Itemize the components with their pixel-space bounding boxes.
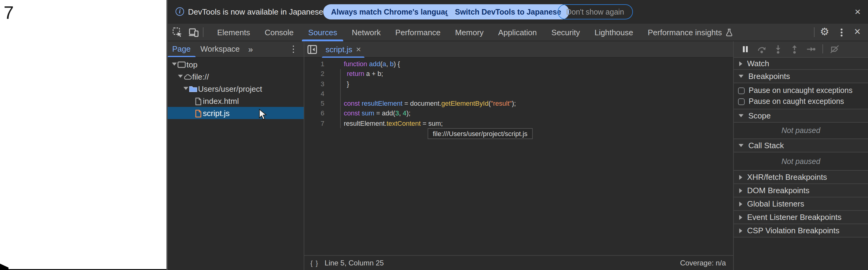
token-pl: ); (406, 110, 410, 117)
tree-item-index-html[interactable]: index.html (167, 95, 304, 107)
tab-application[interactable]: Application (491, 24, 544, 41)
step-icon[interactable] (806, 44, 816, 54)
section-header-global-listeners[interactable]: Global Listeners (734, 197, 868, 210)
section-header-event-listener-breakpoints[interactable]: Event Listener Breakpoints (734, 210, 868, 223)
line-number[interactable]: 7 (304, 118, 324, 128)
editor-tab-scriptjs[interactable]: script.js × (322, 41, 365, 58)
infobar-button-switch-devtools-to-japanese[interactable]: Switch DevTools to Japanese (447, 4, 569, 20)
tree-item-script-js[interactable]: script.js (167, 107, 304, 119)
section-header-watch[interactable]: Watch (734, 58, 868, 69)
token-kw: const (344, 100, 360, 107)
editor-tab-close-icon[interactable]: × (356, 44, 361, 54)
line-number[interactable]: 1 (304, 59, 324, 69)
devtools-window: i DevTools is now available in Japanese!… (166, 0, 868, 270)
line-number[interactable]: 4 (304, 89, 324, 99)
navigator-tab-page[interactable]: Page (167, 41, 195, 57)
token-pl: } (347, 80, 349, 87)
section-header-call-stack[interactable]: Call Stack (734, 139, 868, 152)
tab-label: Network (352, 28, 380, 37)
tab-sources[interactable]: Sources (301, 24, 344, 41)
section-label: Event Listener Breakpoints (747, 213, 842, 222)
checkbox-pause-on-caught-exceptions[interactable] (738, 98, 744, 105)
settings-gear-icon[interactable]: ⚙ (818, 26, 831, 39)
section-label: Breakpoints (748, 72, 790, 81)
code-line-4[interactable] (344, 89, 516, 99)
infobar-button-always-match-chrome-s-language[interactable]: Always match Chrome's language (323, 4, 462, 20)
token-vr: resultElement (362, 100, 403, 107)
checkbox-label: Pause on uncaught exceptions (749, 86, 852, 95)
section-header-xhr-fetch-breakpoints[interactable]: XHR/fetch Breakpoints (734, 170, 868, 183)
tree-item-top[interactable]: top (167, 58, 304, 70)
triangle-collapsed-icon (739, 188, 742, 193)
token-pl: , (399, 110, 403, 117)
code-line-7[interactable]: resultElement.textContent = sum; (344, 118, 516, 128)
tab-performance-insights[interactable]: Performance insights (641, 24, 740, 41)
not-paused-note: Not paused (734, 122, 868, 139)
line-number[interactable]: 2 (304, 69, 324, 79)
tab-lighthouse[interactable]: Lighthouse (587, 24, 641, 41)
pause-icon[interactable] (740, 44, 750, 54)
section-label: Global Listeners (747, 199, 804, 208)
cursor-position-label: Line 5, Column 25 (325, 259, 384, 267)
code-line-3[interactable]: } (344, 79, 516, 89)
section-header-scope[interactable]: Scope (734, 109, 868, 122)
token-vr: a (382, 60, 386, 67)
line-number[interactable]: 6 (304, 109, 324, 118)
line-number-gutter[interactable]: 1234567 (304, 59, 324, 128)
deactivate-breakpoints-icon[interactable] (830, 44, 839, 54)
section-label: DOM Breakpoints (747, 186, 809, 195)
code-editor[interactable]: 1234567 function add(a, b) { return a + … (304, 58, 733, 255)
navigator-tab-workspace[interactable]: Workspace (195, 41, 245, 57)
infobar-close-button[interactable]: × (852, 7, 863, 18)
step-out-icon[interactable] (789, 44, 799, 54)
devtools-tabbar: ElementsConsoleSourcesNetworkPerformance… (167, 24, 868, 41)
token-pl: resultElement. (344, 119, 386, 127)
tree-item-users-user-project[interactable]: Users/user/project (167, 83, 304, 95)
checkbox-pause-on-uncaught-exceptions[interactable] (738, 87, 744, 94)
section-header-dom-breakpoints[interactable]: DOM Breakpoints (734, 183, 868, 197)
tab-performance[interactable]: Performance (388, 24, 448, 41)
triangle-expanded-icon (739, 114, 743, 117)
triangle-collapsed-icon (739, 215, 742, 219)
token-pl: = add( (374, 110, 395, 117)
tab-label: Sources (308, 28, 337, 37)
expand-triangle-icon[interactable] (183, 87, 188, 90)
left-white-area: 7 (0, 0, 166, 270)
triangle-collapsed-icon (739, 228, 742, 233)
collapse-navigator-icon[interactable] (307, 44, 317, 54)
inspect-element-icon[interactable] (172, 27, 183, 38)
code-line-1[interactable]: function add(a, b) { (344, 59, 516, 69)
debugger-toolbar (734, 41, 868, 58)
code-line-2[interactable]: return a + b; (344, 69, 516, 79)
tab-network[interactable]: Network (344, 24, 388, 41)
section-header-csp-violation-breakpoints[interactable]: CSP Violation Breakpoints (734, 223, 868, 237)
tab-label: Memory (455, 28, 484, 37)
tree-item-file-[interactable]: file:// (167, 70, 304, 83)
section-header-breakpoints[interactable]: Breakpoints (734, 69, 868, 83)
expand-triangle-icon[interactable] (172, 63, 177, 66)
line-number[interactable]: 3 (304, 79, 324, 89)
tab-security[interactable]: Security (544, 24, 587, 41)
tab-memory[interactable]: Memory (448, 24, 491, 41)
step-over-icon[interactable] (757, 44, 767, 54)
code-line-5[interactable]: const resultElement = document.getElemen… (344, 98, 516, 109)
tree-item-label: file:// (192, 72, 209, 81)
code-line-6[interactable]: const sum = add(3, 4); (344, 109, 516, 118)
tab-elements[interactable]: Elements (210, 24, 257, 41)
step-into-icon[interactable] (773, 44, 783, 54)
debugger-toolbar-divider (823, 44, 823, 54)
devtools-close-icon[interactable]: × (851, 26, 863, 39)
token-pl: a + b; (365, 70, 383, 78)
line-number[interactable]: 5 (304, 98, 324, 109)
navigator-overflow-icon[interactable]: » (245, 44, 257, 54)
infobar-button-don-t-show-again[interactable]: Don't show again (558, 4, 632, 20)
device-toolbar-icon[interactable] (187, 27, 199, 38)
navigator-menu-icon[interactable] (290, 44, 297, 54)
more-options-icon[interactable] (839, 27, 845, 38)
expand-triangle-icon[interactable] (178, 75, 183, 78)
checkbox-label: Pause on caught exceptions (749, 97, 844, 106)
tab-console[interactable]: Console (257, 24, 301, 41)
tab-label: Elements (217, 28, 250, 37)
file-path-tooltip: file:///Users/user/project/script.js (427, 128, 533, 139)
cloud-icon (183, 72, 192, 81)
